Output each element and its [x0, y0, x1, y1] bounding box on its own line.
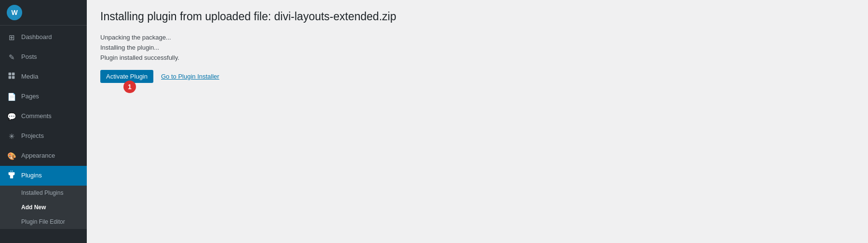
sidebar-item-pages[interactable]: 📄 Pages	[0, 87, 87, 107]
activate-plugin-button[interactable]: Activate Plugin	[100, 70, 153, 83]
comments-icon: 💬	[7, 111, 16, 122]
wp-logo-icon: W	[7, 5, 22, 20]
page-title: Installing plugin from uploaded file: di…	[100, 10, 854, 24]
sidebar-item-label: Projects	[21, 132, 44, 140]
plugins-submenu: Installed Plugins Add New Plugin File Ed…	[0, 186, 87, 229]
sidebar: W ⊞ Dashboard ✎ Posts Media 📄 Pages 💬 Co…	[0, 0, 87, 243]
main-content: Installing plugin from uploaded file: di…	[87, 0, 868, 243]
action-row: Activate Plugin 1 Go to Plugin Installer	[100, 70, 854, 83]
posts-icon: ✎	[7, 52, 16, 62]
sidebar-item-label: Dashboard	[21, 33, 52, 41]
dashboard-icon: ⊞	[7, 32, 16, 42]
sidebar-item-label: Media	[21, 72, 38, 81]
sidebar-item-label: Posts	[21, 53, 37, 61]
success-message: Plugin installed successfully.	[100, 54, 854, 61]
log-line-1: Unpacking the package...	[100, 34, 854, 41]
sidebar-item-label: Plugins	[21, 171, 42, 180]
sidebar-item-media[interactable]: Media	[0, 67, 87, 87]
submenu-plugin-file-editor[interactable]: Plugin File Editor	[0, 215, 87, 229]
svg-rect-1	[12, 73, 15, 76]
pages-icon: 📄	[7, 92, 16, 102]
wp-logo-area: W	[0, 0, 87, 26]
svg-rect-0	[9, 73, 12, 76]
go-to-installer-link[interactable]: Go to Plugin Installer	[161, 73, 219, 80]
media-icon	[7, 72, 16, 82]
svg-rect-3	[12, 76, 15, 79]
plugins-icon	[7, 171, 16, 181]
sidebar-item-comments[interactable]: 💬 Comments	[0, 107, 87, 126]
submenu-installed-plugins[interactable]: Installed Plugins	[0, 186, 87, 200]
sidebar-item-dashboard[interactable]: ⊞ Dashboard	[0, 27, 87, 47]
sidebar-item-appearance[interactable]: 🎨 Appearance	[0, 146, 87, 166]
sidebar-item-label: Comments	[21, 112, 52, 121]
sidebar-item-label: Appearance	[21, 151, 55, 160]
appearance-icon: 🎨	[7, 151, 16, 161]
log-line-2: Installing the plugin...	[100, 44, 854, 51]
sidebar-item-plugins[interactable]: Plugins	[0, 166, 87, 186]
sidebar-item-projects[interactable]: ✳ Projects	[0, 126, 87, 146]
sidebar-item-label: Pages	[21, 92, 39, 101]
svg-rect-2	[9, 76, 12, 79]
submenu-add-new[interactable]: Add New	[0, 200, 87, 215]
sidebar-item-posts[interactable]: ✎ Posts	[0, 47, 87, 67]
projects-icon: ✳	[7, 131, 16, 141]
